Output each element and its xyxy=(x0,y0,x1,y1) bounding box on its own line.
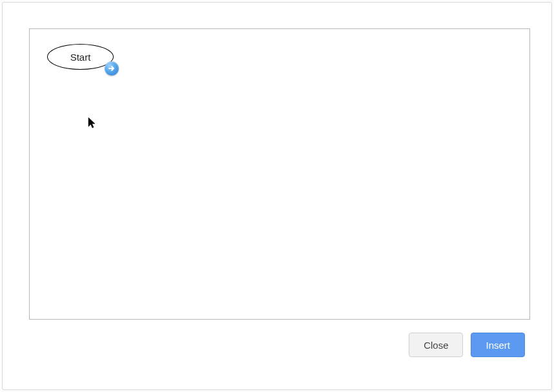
start-node[interactable]: Start xyxy=(47,44,114,70)
connector-handle[interactable] xyxy=(105,61,119,76)
diagram-canvas[interactable]: Start xyxy=(29,28,530,320)
start-node-label: Start xyxy=(70,52,91,63)
dialog-frame: Start Close Insert xyxy=(2,2,552,390)
cursor-icon xyxy=(88,117,97,130)
insert-button[interactable]: Insert xyxy=(471,333,525,357)
close-button[interactable]: Close xyxy=(409,333,463,357)
dialog-button-row: Close Insert xyxy=(409,333,525,357)
arrow-right-icon xyxy=(108,65,116,72)
